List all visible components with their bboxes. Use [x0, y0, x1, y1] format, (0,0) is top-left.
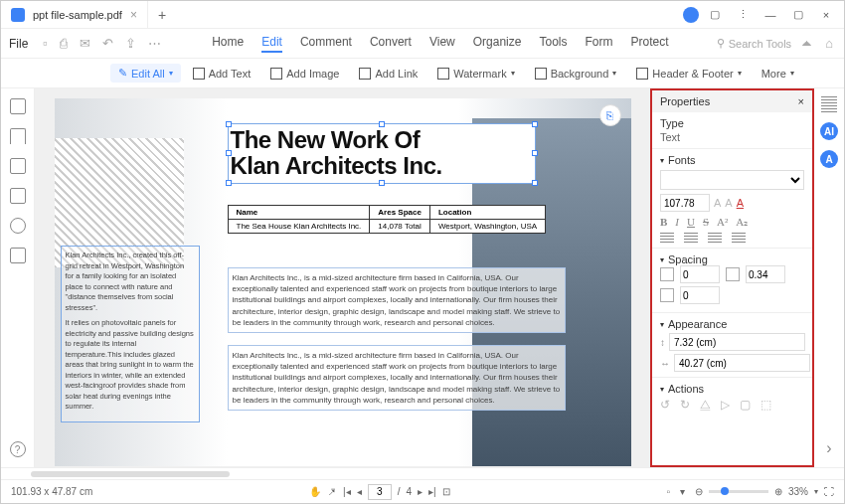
- align-left-button[interactable]: [660, 233, 674, 243]
- crop-icon[interactable]: ▢: [740, 398, 751, 412]
- home-icon[interactable]: ⌂: [822, 36, 836, 51]
- menu-tab-home[interactable]: Home: [212, 35, 244, 53]
- header-footer-button[interactable]: Header & Footer▾: [628, 65, 749, 83]
- watermark-button[interactable]: Watermark▾: [429, 65, 522, 83]
- menu-tab-convert[interactable]: Convert: [370, 35, 412, 53]
- undo-icon[interactable]: ↶: [99, 36, 116, 51]
- menu-tab-form[interactable]: Form: [585, 35, 612, 53]
- spacing-input-1[interactable]: [680, 265, 720, 283]
- add-text-button[interactable]: Add Text: [185, 65, 259, 83]
- comments-icon[interactable]: [10, 158, 26, 174]
- body-text-box-2[interactable]: Klan Architects Inc., is a mid-sized arc…: [228, 345, 566, 411]
- extract-icon[interactable]: ⬚: [760, 398, 771, 412]
- add-image-button[interactable]: Add Image: [262, 65, 347, 83]
- attachments-icon[interactable]: [10, 188, 26, 204]
- bold-button[interactable]: B: [660, 216, 667, 229]
- zoom-out-icon[interactable]: ⊖: [695, 486, 703, 497]
- appearance-section[interactable]: Appearance: [660, 318, 804, 330]
- share-icon[interactable]: ⇪: [122, 36, 139, 51]
- chevron-right-icon[interactable]: ›: [826, 439, 831, 457]
- first-page-icon[interactable]: |◂: [343, 486, 351, 497]
- fullscreen-icon[interactable]: ⛶: [824, 486, 834, 497]
- side-text-box[interactable]: Klan Architects Inc., created this off-g…: [61, 246, 200, 422]
- horizontal-scrollbar[interactable]: [1, 467, 844, 479]
- height-input[interactable]: [674, 354, 810, 372]
- font-size-input[interactable]: [660, 194, 710, 212]
- edit-all-button[interactable]: ✎Edit All▾: [110, 64, 181, 83]
- zoom-in-icon[interactable]: ⊕: [774, 486, 782, 497]
- background-button[interactable]: Background▾: [527, 65, 625, 83]
- document-tab[interactable]: ppt file-sample.pdf ×: [1, 1, 148, 28]
- menu-tab-tools[interactable]: Tools: [539, 35, 567, 53]
- panel-toggle-icon[interactable]: [821, 96, 837, 112]
- page-input[interactable]: [368, 484, 392, 500]
- file-menu[interactable]: File: [9, 37, 28, 51]
- fit-width-icon[interactable]: ⊡: [442, 486, 450, 497]
- view-single-icon[interactable]: ▫: [666, 486, 670, 497]
- view-layout-icon[interactable]: ▾: [680, 486, 685, 497]
- add-link-button[interactable]: Add Link: [351, 65, 425, 83]
- print-icon[interactable]: ⎙: [57, 36, 71, 51]
- font-decrease-icon[interactable]: A: [714, 197, 721, 209]
- menu-tab-organize[interactable]: Organize: [473, 35, 522, 53]
- user-avatar[interactable]: [683, 7, 699, 23]
- floating-copy-button[interactable]: ⎘: [599, 104, 621, 126]
- fields-icon[interactable]: [10, 248, 26, 263]
- align-center-button[interactable]: [684, 233, 698, 243]
- info-table[interactable]: NameAres SpaceLocation The Sea House Kla…: [228, 205, 547, 234]
- cloud-icon[interactable]: ⏶: [797, 36, 816, 51]
- underline-button[interactable]: U: [687, 216, 695, 229]
- menu-tab-comment[interactable]: Comment: [300, 35, 352, 53]
- font-color-icon[interactable]: A: [737, 197, 744, 209]
- bookmarks-icon[interactable]: [10, 128, 26, 144]
- ai-assistant-icon[interactable]: AI: [820, 122, 838, 140]
- rotate-left-icon[interactable]: ↺: [660, 398, 670, 412]
- search-tools[interactable]: ⚲ Search Tools: [717, 37, 791, 50]
- close-panel-icon[interactable]: ×: [798, 95, 804, 107]
- search-panel-icon[interactable]: [10, 218, 26, 234]
- spacing-section[interactable]: Spacing: [660, 253, 804, 265]
- more-button[interactable]: More▾: [754, 65, 802, 83]
- window-button[interactable]: ▢: [703, 5, 727, 25]
- actions-section[interactable]: Actions: [660, 383, 804, 395]
- body-text-box-1[interactable]: Klan Architects Inc., is a mid-sized arc…: [228, 267, 566, 333]
- close-tab-icon[interactable]: ×: [130, 8, 137, 22]
- font-increase-icon[interactable]: A: [725, 197, 732, 209]
- close-window-button[interactable]: ×: [814, 5, 838, 25]
- spacing-input-3[interactable]: [680, 286, 720, 304]
- fonts-section[interactable]: Fonts: [660, 154, 804, 166]
- menu-tab-edit[interactable]: Edit: [261, 35, 282, 53]
- menu-tab-view[interactable]: View: [429, 35, 455, 53]
- font-family-select[interactable]: [660, 170, 804, 190]
- width-input[interactable]: [669, 333, 805, 351]
- flip-h-icon[interactable]: ⧋: [700, 398, 711, 412]
- rotate-right-icon[interactable]: ↻: [680, 398, 690, 412]
- title-text-box[interactable]: The New Work Of Klan Architects Inc.: [228, 123, 536, 184]
- help-icon[interactable]: ?: [10, 441, 26, 457]
- spacing-input-2[interactable]: [746, 265, 785, 283]
- minimize-button[interactable]: —: [759, 5, 782, 25]
- save-icon[interactable]: ▫: [40, 36, 51, 51]
- thumbnails-icon[interactable]: [10, 98, 26, 114]
- flip-v-icon[interactable]: ▷: [721, 398, 730, 412]
- next-page-icon[interactable]: ▸: [418, 486, 422, 497]
- menu-button[interactable]: ⋮: [731, 5, 755, 25]
- subscript-button[interactable]: A₂: [736, 216, 748, 229]
- italic-button[interactable]: I: [675, 216, 679, 229]
- document-canvas[interactable]: ⎘ The New Work Of Klan Architects Inc. N…: [35, 88, 650, 467]
- superscript-button[interactable]: A²: [717, 216, 728, 229]
- ai-tools-icon[interactable]: A: [820, 150, 838, 168]
- select-tool-icon[interactable]: ⭷: [327, 486, 337, 497]
- align-right-button[interactable]: [708, 233, 722, 243]
- maximize-button[interactable]: ▢: [786, 5, 810, 25]
- menu-tab-protect[interactable]: Protect: [630, 35, 668, 53]
- strike-button[interactable]: S: [703, 216, 709, 229]
- last-page-icon[interactable]: ▸|: [428, 486, 436, 497]
- zoom-slider[interactable]: [709, 490, 768, 493]
- prev-page-icon[interactable]: ◂: [357, 486, 362, 497]
- hand-tool-icon[interactable]: ✋: [309, 486, 321, 497]
- new-tab-button[interactable]: +: [148, 7, 176, 23]
- more-qat-icon[interactable]: ⋯: [145, 36, 164, 51]
- chevron-down-icon[interactable]: ▾: [814, 487, 818, 496]
- align-justify-button[interactable]: [732, 233, 746, 243]
